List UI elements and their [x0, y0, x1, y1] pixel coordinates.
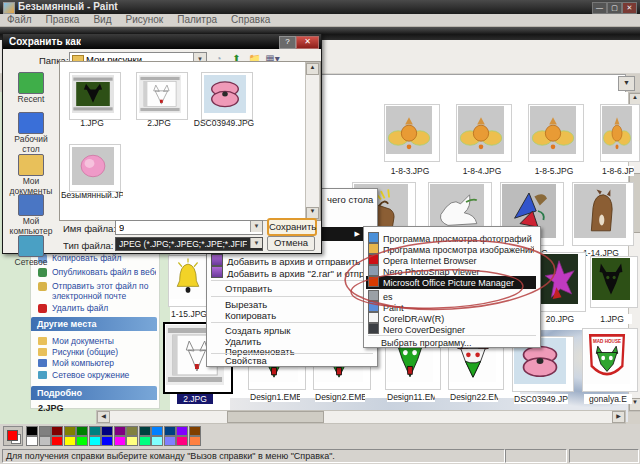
paint-menu-файл[interactable]: Файл [0, 14, 39, 26]
address-dropdown-icon[interactable]: ▼ [618, 76, 635, 91]
open-with-item-nero-coverdesigner[interactable]: Nero CoverDesigner [366, 323, 534, 335]
bell-image [170, 257, 206, 299]
chevron-down-icon[interactable]: ▼ [250, 221, 262, 232]
palette-swatch[interactable] [176, 436, 188, 446]
palette-swatch[interactable] [151, 426, 163, 436]
file-thumbnail[interactable]: MAD HOUSE [582, 328, 638, 392]
palette-swatch[interactable] [39, 436, 51, 446]
palette-swatch[interactable] [26, 426, 38, 436]
file-thumbnail[interactable] [572, 182, 634, 246]
save-button[interactable]: Сохранить [267, 218, 317, 236]
paint-menu-правка[interactable]: Правка [39, 14, 87, 26]
scroll-right-icon[interactable]: ▶ [612, 411, 625, 423]
sidebar-item-desktop[interactable]: Рабочий стол [7, 112, 55, 148]
context-menu-item[interactable]: Отправить▶ [211, 283, 373, 295]
file-thumbnail-label: Design1.EMB [250, 392, 300, 402]
filename-input[interactable]: 9 ▼ [115, 220, 263, 235]
dialog-title: Сохранить как [9, 36, 81, 47]
context-menu-item[interactable]: Копировать [211, 310, 373, 322]
palette-swatch[interactable] [139, 426, 151, 436]
palette-swatch[interactable] [76, 426, 88, 436]
sidebar-item-my-documents[interactable]: Мои документы [7, 154, 55, 190]
winrar-icon [211, 266, 223, 278]
scroll-up-icon[interactable]: ▲ [306, 63, 319, 75]
dialog-file-thumbnail[interactable] [69, 72, 121, 120]
paint-menu-рисунок[interactable]: Рисунок [118, 14, 170, 26]
palette-swatch[interactable] [114, 426, 126, 436]
dialog-file-name: Безымянный.JPG [61, 190, 123, 200]
palette-swatch[interactable] [64, 426, 76, 436]
cancel-button[interactable]: Отмена [267, 236, 315, 251]
other-place-label: Мои документы [52, 336, 156, 346]
open-with-submenu: Программа просмотра фотографий Picasa Ph… [363, 226, 541, 348]
network-icon [18, 235, 44, 257]
dialog-file-thumbnail[interactable] [69, 144, 121, 192]
palette-swatch[interactable] [139, 436, 151, 446]
filetype-combobox[interactable]: JPEG (*.JPG;*.JPEG;*.JPE;*.JFIF) ▼ [115, 237, 263, 251]
status-cell [505, 449, 567, 463]
email-icon [38, 282, 47, 291]
palette-swatch[interactable] [151, 436, 163, 446]
sidebar-item-recent[interactable]: Recent [7, 72, 55, 108]
close-button[interactable]: ✕ [622, 2, 637, 14]
palette-swatch[interactable] [101, 436, 113, 446]
palette-swatch[interactable] [76, 436, 88, 446]
open-with-item-office-picture-manager[interactable]: Microsoft Office Picture Manager [366, 276, 536, 289]
file-thumbnail[interactable] [590, 256, 638, 308]
palette-swatch[interactable] [189, 436, 201, 446]
scroll-left-icon[interactable]: ◀ [97, 411, 110, 423]
place-label: Мой компьютер [7, 216, 55, 236]
dialog-file-thumbnail[interactable] [136, 72, 188, 120]
palette-swatch[interactable] [126, 426, 138, 436]
shell-image [204, 75, 246, 113]
palette-swatch[interactable] [164, 436, 176, 446]
context-menu-partial-item[interactable]: чего стола [327, 194, 375, 206]
palette-swatch[interactable] [51, 426, 63, 436]
file-thumbnail[interactable] [538, 252, 586, 312]
palette-swatch[interactable] [189, 426, 201, 436]
palette-swatch[interactable] [26, 436, 38, 446]
help-button[interactable]: ? [279, 36, 296, 49]
palette-swatch[interactable] [51, 436, 63, 446]
lotus-image [386, 106, 432, 154]
palette-swatch[interactable] [89, 436, 101, 446]
horizontal-scroll-thumb[interactable] [227, 411, 324, 423]
sidebar-item-network[interactable]: Сетевое [7, 235, 55, 271]
paint-menu-вид[interactable]: Вид [86, 14, 118, 26]
paint-palette-bar [0, 424, 640, 446]
office-picture-manager-icon [368, 276, 379, 287]
file-thumbnail[interactable] [384, 104, 440, 162]
paint-icon [368, 301, 379, 312]
minimize-button[interactable]: — [592, 2, 607, 14]
paint-menu-справка[interactable]: Справка [224, 14, 277, 26]
task-label: Удалить файл [52, 303, 156, 313]
open-with-item-choose-program[interactable]: Выбрать программу... [366, 337, 534, 349]
dialog-close-button[interactable]: ✕ [296, 36, 319, 49]
palette-swatch[interactable] [64, 436, 76, 446]
file-thumbnail[interactable] [456, 104, 512, 162]
context-menu-item[interactable]: Добавить в архив и отправить по e-mail..… [211, 254, 373, 266]
palette-swatch[interactable] [89, 426, 101, 436]
horizontal-scrollbar[interactable]: ◀ ▶ [96, 410, 626, 424]
svg-text:MAD HOUSE: MAD HOUSE [593, 337, 622, 343]
chevron-down-icon[interactable]: ▼ [250, 238, 262, 248]
current-colors-box[interactable] [3, 426, 23, 446]
palette-swatch[interactable] [176, 426, 188, 436]
palette-swatch[interactable] [164, 426, 176, 436]
maximize-button[interactable]: ▢ [607, 2, 622, 14]
file-thumbnail[interactable] [528, 104, 584, 162]
palette-swatch[interactable] [39, 426, 51, 436]
dialog-list-scrollbar[interactable]: ▲ ▼ [305, 62, 320, 220]
dialog-file-thumbnail[interactable] [201, 72, 253, 120]
my-computer-icon [18, 194, 44, 216]
paint-menu-палитра[interactable]: Палитра [170, 14, 224, 26]
palette-swatch[interactable] [114, 436, 126, 446]
sidebar-item-my-computer[interactable]: Мой компьютер [7, 194, 55, 230]
context-menu-item[interactable]: Добавить в архив "2.rar" и отправить по … [211, 266, 373, 278]
context-menu-item[interactable]: Свойства [211, 355, 373, 367]
other-place-label: Сетевое окружение [52, 370, 156, 380]
palette-swatch[interactable] [126, 436, 138, 446]
place-label: Сетевое [7, 257, 55, 267]
palette-swatch[interactable] [101, 426, 113, 436]
file-thumbnail[interactable] [600, 104, 640, 162]
